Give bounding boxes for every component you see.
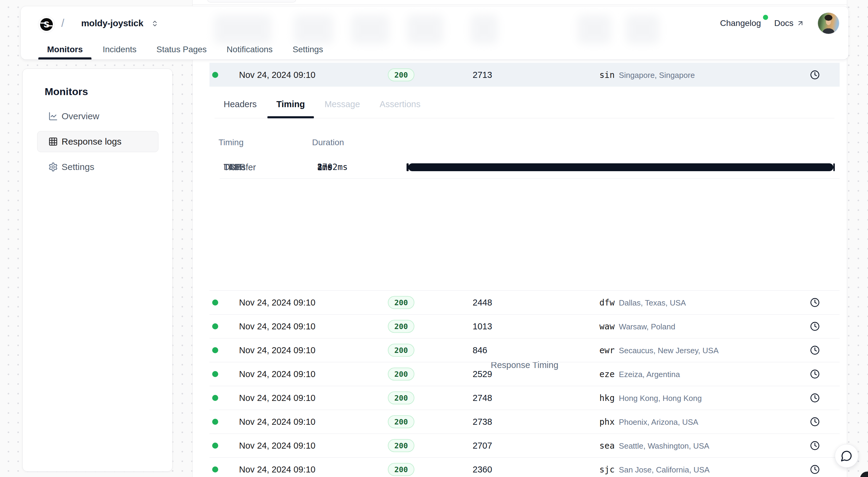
log-row[interactable]: Nov 24, 2024 09:10 200 846 ewrSecaucus, … xyxy=(210,338,840,362)
region-code: waw xyxy=(599,322,615,331)
region-location: Singapore, Singapore xyxy=(619,70,695,80)
region-code: sin xyxy=(599,70,615,80)
sidebar-item-label: Response logs xyxy=(62,137,121,147)
sidebar-title: Monitors xyxy=(45,86,88,97)
status-badge: 200 xyxy=(388,320,414,333)
docs-link[interactable]: Docs xyxy=(774,19,804,28)
chevrons-up-down-icon[interactable] xyxy=(151,20,158,27)
status-badge: 200 xyxy=(388,344,414,357)
nav-tab-settings[interactable]: Settings xyxy=(284,39,332,59)
changelog-notification-dot xyxy=(763,15,768,20)
status-dot xyxy=(212,467,218,473)
clock-icon[interactable] xyxy=(810,417,820,426)
tab-timing[interactable]: Timing xyxy=(268,91,314,118)
clock-icon[interactable] xyxy=(810,465,820,474)
breadcrumb-separator: / xyxy=(61,17,64,30)
sidebar-items: Overview Response logs Settings xyxy=(37,106,158,178)
region-location: Hong Kong, Hong Kong xyxy=(619,394,702,403)
gear-icon xyxy=(48,162,58,172)
log-date: Nov 24, 2024 09:10 xyxy=(239,465,315,475)
region-code: dfw xyxy=(599,298,615,308)
log-latency: 1013 xyxy=(473,322,492,331)
timing-row-transfer: Transfer 1ms xyxy=(220,156,840,179)
nav-tab-monitors[interactable]: Monitors xyxy=(38,39,91,59)
status-badge: 200 xyxy=(388,296,414,309)
status-badge: 200 xyxy=(388,439,414,452)
sidebar-item-response-logs[interactable]: Response logs xyxy=(37,131,158,152)
page: { "header": { "project": "moldy-joystick… xyxy=(0,0,868,477)
tab-message: Message xyxy=(315,91,369,118)
clock-icon[interactable] xyxy=(810,369,820,379)
status-dot xyxy=(212,72,218,78)
timing-duration: 1ms xyxy=(317,162,406,172)
chat-bubble-icon xyxy=(840,450,852,462)
region-code: eze xyxy=(599,369,615,379)
status-dot xyxy=(212,371,218,377)
region-location: Phoenix, Arizona, USA xyxy=(619,418,699,427)
log-row[interactable]: Nov 24, 2024 09:10 200 2748 hkgHong Kong… xyxy=(210,386,840,410)
log-latency: 2707 xyxy=(473,441,492,451)
table-icon xyxy=(48,137,58,146)
log-latency: 2748 xyxy=(473,393,492,403)
app-header: S / moldy-joystick Monitors Incidents St… xyxy=(21,6,849,60)
chat-button[interactable] xyxy=(835,444,858,468)
nav-tab-notifications[interactable]: Notifications xyxy=(218,39,282,59)
nav-tab-status-pages[interactable]: Status Pages xyxy=(148,39,216,59)
timing-bar-transfer xyxy=(833,163,835,171)
log-date: Nov 24, 2024 09:10 xyxy=(239,393,315,403)
detail-tabs: Headers Timing Message Assertions xyxy=(215,91,835,118)
region-location: Ezeiza, Argentina xyxy=(619,370,680,379)
docs-label: Docs xyxy=(774,19,794,28)
clock-icon[interactable] xyxy=(810,298,820,307)
log-date: Nov 24, 2024 09:10 xyxy=(239,298,315,308)
log-date: Nov 24, 2024 09:10 xyxy=(239,70,315,80)
status-dot xyxy=(212,395,218,401)
arrow-up-right-icon xyxy=(797,19,804,27)
region-location: San Jose, California, USA xyxy=(619,465,710,475)
sidebar-item-settings[interactable]: Settings xyxy=(37,156,158,178)
status-badge: 200 xyxy=(388,392,414,405)
log-date: Nov 24, 2024 09:10 xyxy=(239,346,315,355)
log-date: Nov 24, 2024 09:10 xyxy=(239,322,315,331)
clock-icon[interactable] xyxy=(810,346,820,355)
log-row-selected[interactable]: Nov 24, 2024 09:10 200 2713 sin Singapor… xyxy=(210,63,840,87)
sidebar: Monitors Overview Response logs Settings xyxy=(22,68,173,472)
scrolled-element-remnant xyxy=(207,0,296,2)
line-chart-icon xyxy=(48,111,58,121)
log-row[interactable]: Nov 24, 2024 09:10 200 2707 seaSeattle, … xyxy=(210,434,840,457)
duration-col-header: Duration xyxy=(312,138,401,147)
log-latency: 2529 xyxy=(473,369,492,379)
log-row[interactable]: Nov 24, 2024 09:10 200 2448 dfwDallas, T… xyxy=(210,291,840,314)
user-avatar[interactable] xyxy=(817,12,839,34)
log-row[interactable]: Nov 24, 2024 09:10 200 1013 wawWarsaw, P… xyxy=(210,314,840,338)
region-location: Warsaw, Poland xyxy=(619,322,676,331)
region-code: sjc xyxy=(599,465,615,475)
log-row[interactable]: Nov 24, 2024 09:10 200 2529 ezeEzeiza, A… xyxy=(210,362,840,386)
sidebar-item-overview[interactable]: Overview xyxy=(37,106,158,127)
status-badge: 200 xyxy=(388,463,414,476)
log-latency: 2360 xyxy=(473,465,492,475)
log-detail-panel: Headers Timing Message Assertions Timing… xyxy=(210,87,840,291)
openstatus-logo[interactable]: S xyxy=(38,16,55,33)
status-badge: 200 xyxy=(388,368,414,381)
region-code: phx xyxy=(599,417,615,427)
clock-icon[interactable] xyxy=(810,393,820,403)
tab-headers[interactable]: Headers xyxy=(215,91,266,118)
status-dot xyxy=(212,347,218,353)
region-location: Dallas, Texas, USA xyxy=(619,298,686,308)
corner-widget-partial[interactable] xyxy=(860,472,868,477)
log-row[interactable]: Nov 24, 2024 09:10 200 2360 sjcSan Jose,… xyxy=(210,457,840,477)
changelog-link[interactable]: Changelog xyxy=(720,19,761,28)
log-latency: 2448 xyxy=(473,298,492,308)
log-date: Nov 24, 2024 09:10 xyxy=(239,369,315,379)
sidebar-item-label: Overview xyxy=(62,111,99,121)
nav-tab-incidents[interactable]: Incidents xyxy=(94,39,145,59)
clock-icon[interactable] xyxy=(810,70,820,80)
log-row[interactable]: Nov 24, 2024 09:10 200 2738 phxPhoenix, … xyxy=(210,410,840,434)
log-latency: 2713 xyxy=(473,70,492,80)
region-location: Seattle, Washington, USA xyxy=(619,441,710,451)
status-dot xyxy=(212,299,218,305)
changelog-label: Changelog xyxy=(720,19,761,28)
clock-icon[interactable] xyxy=(810,441,820,450)
clock-icon[interactable] xyxy=(810,322,820,331)
